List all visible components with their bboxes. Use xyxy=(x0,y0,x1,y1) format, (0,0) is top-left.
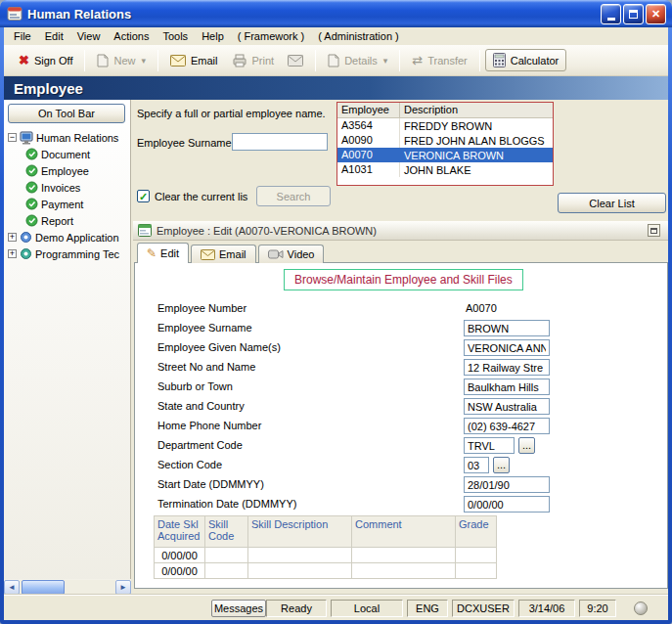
column-header-employee[interactable]: Employee xyxy=(337,103,400,117)
search-button[interactable]: Search xyxy=(256,186,331,206)
title-bar[interactable]: Human Relations ✕ xyxy=(0,0,672,27)
tree-node-employee[interactable]: Employee xyxy=(4,162,131,179)
tree-node-invoices[interactable]: Invoices xyxy=(4,179,131,196)
termination-date-field[interactable] xyxy=(464,496,550,513)
window-body: File Edit View Actions Tools Help ( Fram… xyxy=(4,27,668,620)
toolbar-separator xyxy=(399,50,400,71)
send-email-button[interactable] xyxy=(281,52,310,69)
email-icon xyxy=(201,249,215,260)
clear-list-checkbox-label: Clear the current lis xyxy=(155,191,247,202)
field-row-surname: Employee Surname xyxy=(157,320,661,339)
scrollbar-track[interactable] xyxy=(20,580,115,595)
tree-node-programming[interactable]: + Programming Tec xyxy=(4,245,131,262)
detail-section-header: Employee : Edit (A0070-VERONICA BROWN) xyxy=(133,221,668,241)
field-row-state: State and Country xyxy=(157,398,661,418)
tree-node-demo-application[interactable]: + Demo Application xyxy=(4,229,131,245)
close-button[interactable]: ✕ xyxy=(646,4,666,24)
home-phone-field[interactable] xyxy=(464,418,550,434)
skills-cell[interactable] xyxy=(248,548,352,563)
print-button[interactable]: Print xyxy=(225,51,282,70)
skills-cell[interactable] xyxy=(456,548,497,563)
expand-icon[interactable]: + xyxy=(8,249,17,258)
start-date-field[interactable] xyxy=(464,476,550,493)
skills-cell[interactable] xyxy=(352,563,456,579)
street-field[interactable] xyxy=(464,359,550,376)
tab-email[interactable]: Email xyxy=(191,245,256,263)
tab-edit[interactable]: ✎ Edit xyxy=(137,243,189,263)
menu-tools[interactable]: Tools xyxy=(156,28,195,44)
skills-row[interactable]: 0/00/00 xyxy=(155,563,497,579)
sidebar-horizontal-scrollbar[interactable]: ◄ ► xyxy=(4,579,131,595)
section-lookup-button[interactable]: ... xyxy=(493,457,510,473)
tab-video[interactable]: Video xyxy=(258,245,325,263)
pencil-icon: ✎ xyxy=(147,246,157,260)
calculator-button[interactable]: Calculator xyxy=(485,49,567,71)
minimize-button[interactable] xyxy=(601,4,621,24)
messages-button[interactable]: Messages xyxy=(211,600,266,617)
skills-row[interactable]: 0/00/00 xyxy=(155,548,497,563)
state-country-field[interactable] xyxy=(464,398,550,415)
skills-col-date: Date Skl Acquired xyxy=(155,516,205,548)
menu-framework[interactable]: ( Framework ) xyxy=(231,28,311,44)
tree-node-payment[interactable]: Payment xyxy=(4,196,131,212)
details-page-icon xyxy=(328,54,339,67)
skills-table: Date Skl Acquired Skill Code Skill Descr… xyxy=(154,515,497,579)
transfer-icon: ⇄ xyxy=(412,53,423,67)
department-lookup-button[interactable]: ... xyxy=(518,437,535,454)
clear-list-button[interactable]: Clear List xyxy=(558,193,666,213)
surname-input[interactable] xyxy=(232,133,328,151)
panel-maximize-button[interactable] xyxy=(648,224,660,237)
scrollbar-thumb[interactable] xyxy=(22,580,65,595)
table-row[interactable]: A1031 JOHN BLAKE xyxy=(337,162,553,177)
new-page-icon xyxy=(97,54,109,67)
transfer-button[interactable]: ⇄ Transfer xyxy=(405,50,473,70)
skills-cell[interactable] xyxy=(352,548,456,563)
table-row-selected[interactable]: A0070 VERONICA BROWN xyxy=(337,148,553,162)
email-button[interactable]: Email xyxy=(163,52,225,69)
menu-administration[interactable]: ( Administration ) xyxy=(311,28,406,44)
toolbar-separator xyxy=(157,50,158,71)
skills-cell-date[interactable]: 0/00/00 xyxy=(155,548,205,563)
department-code-field[interactable] xyxy=(464,437,515,454)
menu-view[interactable]: View xyxy=(70,28,108,44)
scroll-right-icon[interactable]: ► xyxy=(115,580,131,595)
skills-cell[interactable] xyxy=(248,563,352,579)
maximize-button[interactable] xyxy=(623,4,644,24)
menu-edit[interactable]: Edit xyxy=(38,28,70,44)
collapse-icon[interactable]: − xyxy=(8,133,17,142)
skills-cell[interactable] xyxy=(205,563,248,579)
menu-actions[interactable]: Actions xyxy=(107,28,156,44)
skills-cell[interactable] xyxy=(205,548,248,563)
menu-file[interactable]: File xyxy=(7,28,38,44)
new-button[interactable]: New ▾ xyxy=(90,51,153,70)
column-header-description[interactable]: Description xyxy=(400,103,553,117)
tree-node-report[interactable]: Report xyxy=(4,212,131,229)
table-row[interactable]: A0090 FRED JOHN ALAN BLOGGS xyxy=(337,133,553,148)
details-button[interactable]: Details ▾ xyxy=(321,51,394,70)
email-icon xyxy=(170,55,186,67)
edit-form-panel: Browse/Maintain Employee and Skill Files… xyxy=(134,262,668,589)
skills-cell[interactable] xyxy=(456,563,497,579)
menu-help[interactable]: Help xyxy=(195,28,231,44)
green-node-icon xyxy=(25,214,38,227)
skills-col-grade: Grade xyxy=(456,516,497,548)
suburb-field[interactable] xyxy=(464,379,550,395)
surname-field[interactable] xyxy=(464,320,550,336)
field-row-start-date: Start Date (DDMMYY) xyxy=(157,476,661,496)
given-names-field[interactable] xyxy=(464,339,550,356)
section-code-field[interactable] xyxy=(464,457,489,473)
on-tool-bar-button[interactable]: On Tool Bar xyxy=(8,104,125,123)
skills-cell-date[interactable]: 0/00/00 xyxy=(155,563,205,579)
scroll-left-icon[interactable]: ◄ xyxy=(4,580,20,595)
tree-node-human-relations[interactable]: − Human Relations xyxy=(4,129,131,146)
expand-icon[interactable]: + xyxy=(8,233,17,242)
table-row[interactable]: A3564 FREDDY BROWN xyxy=(337,118,553,133)
tree-node-document[interactable]: Document xyxy=(4,146,131,162)
sign-off-button[interactable]: ✖ Sign Off xyxy=(12,50,79,70)
application-window: Human Relations ✕ File Edit View Actions… xyxy=(0,0,672,624)
calculator-icon xyxy=(493,53,506,67)
clear-list-checkbox[interactable]: ✓ xyxy=(137,190,150,202)
navigation-tree: − Human Relations Document Employee Invo… xyxy=(4,129,131,262)
field-row-street: Street No and Name xyxy=(157,359,661,379)
employee-number-value: A0070 xyxy=(466,302,497,314)
